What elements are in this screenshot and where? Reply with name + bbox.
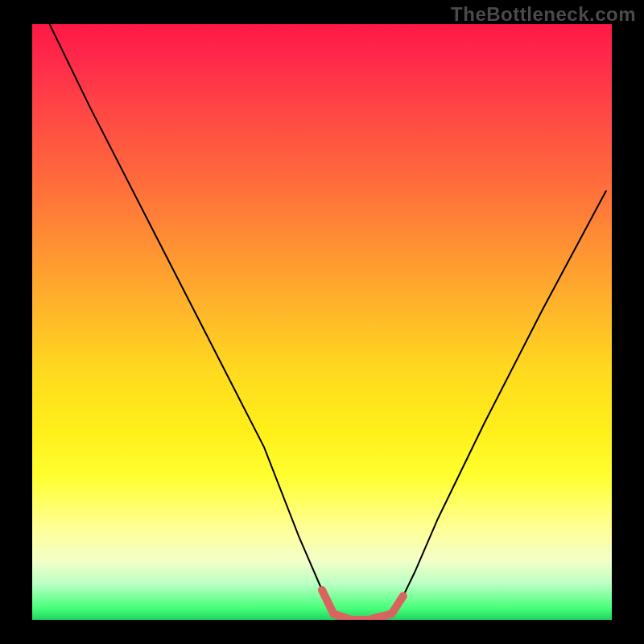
chart-frame: TheBottleneck.com <box>0 0 644 644</box>
curve-layer <box>32 24 612 620</box>
plot-area <box>32 24 612 620</box>
watermark-text: TheBottleneck.com <box>451 3 636 26</box>
flat-bottom-highlight <box>322 590 403 620</box>
bottleneck-curve <box>50 24 606 620</box>
